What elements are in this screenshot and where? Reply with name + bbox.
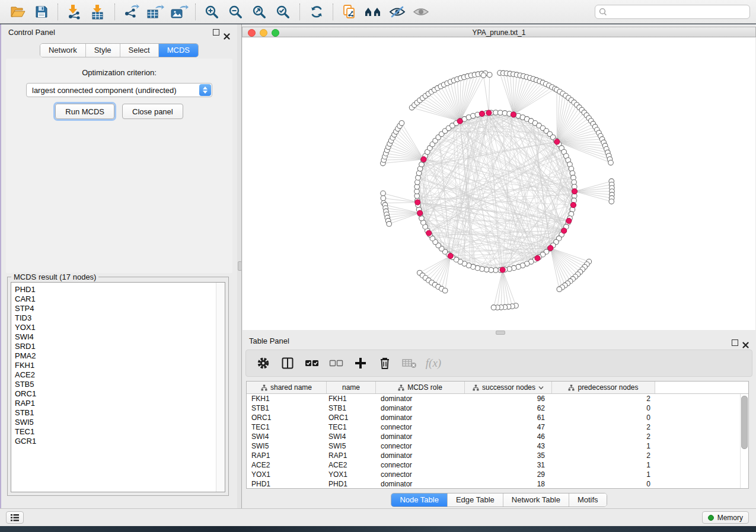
import-network-icon[interactable] xyxy=(63,2,87,21)
table-cell[interactable]: 96 xyxy=(465,395,552,403)
run-mcds-button[interactable]: Run MCDS xyxy=(55,104,114,119)
tab-edge-table[interactable]: Edge Table xyxy=(448,493,503,507)
table-row[interactable]: ORC1ORC1dominator610 xyxy=(247,413,748,422)
dominator-node[interactable] xyxy=(562,228,567,233)
horizontal-splitter[interactable] xyxy=(242,330,756,335)
leaf-node[interactable] xyxy=(609,199,614,204)
table-row[interactable]: STB1STB1dominator620 xyxy=(247,403,748,413)
leaf-node[interactable] xyxy=(381,191,386,196)
import-table-icon[interactable] xyxy=(87,2,110,21)
leaf-node[interactable] xyxy=(557,287,562,292)
new-network-from-selection-icon[interactable] xyxy=(338,2,362,21)
mcds-result-item[interactable]: TEC1 xyxy=(11,427,225,437)
table-cell[interactable]: connector xyxy=(376,461,465,469)
table-settings-gear-icon[interactable] xyxy=(256,355,271,371)
table-row[interactable]: RAP1RAP1dominator352 xyxy=(247,451,748,460)
dominator-node[interactable] xyxy=(421,156,426,162)
mcds-result-item[interactable]: SRD1 xyxy=(11,342,225,351)
table-scrollbar-thumb[interactable] xyxy=(741,396,748,449)
leaf-node[interactable] xyxy=(608,160,614,165)
mcds-result-item[interactable]: STP4 xyxy=(11,304,225,313)
column-header-name[interactable]: name xyxy=(327,382,376,393)
table-cell[interactable]: TEC1 xyxy=(327,423,376,431)
mcds-result-item[interactable]: YOX1 xyxy=(11,323,225,332)
leaf-node[interactable] xyxy=(481,73,486,78)
zoom-out-icon[interactable] xyxy=(224,2,248,21)
mcds-result-item[interactable]: PHD1 xyxy=(11,285,225,294)
dominator-node[interactable] xyxy=(457,118,462,124)
mcds-result-item[interactable]: STB1 xyxy=(11,408,225,418)
table-cell[interactable]: 0 xyxy=(552,480,655,488)
dominator-node[interactable] xyxy=(554,139,560,145)
export-network-icon[interactable] xyxy=(120,2,143,21)
table-cell[interactable]: 35 xyxy=(465,451,552,460)
column-header-MCDS-role[interactable]: MCDS role xyxy=(376,382,465,393)
table-cell[interactable]: dominator xyxy=(376,395,465,403)
mcds-list-scrollbar[interactable] xyxy=(216,283,225,492)
dominator-node[interactable] xyxy=(535,255,540,261)
close-panel-button[interactable]: Close panel xyxy=(122,104,183,119)
table-cell[interactable]: 62 xyxy=(465,404,552,412)
table-row[interactable]: YOX1YOX1connector291 xyxy=(247,470,748,479)
mcds-result-item[interactable]: GCR1 xyxy=(11,437,225,446)
mcds-result-item[interactable]: SWI5 xyxy=(11,418,225,427)
mcds-result-item[interactable]: SWI4 xyxy=(11,332,225,342)
dominator-node[interactable] xyxy=(548,245,553,251)
network-graph[interactable] xyxy=(243,37,755,330)
dominator-node[interactable] xyxy=(486,110,492,116)
table-cell[interactable]: 2 xyxy=(552,432,655,441)
table-cell[interactable]: connector xyxy=(376,470,465,479)
mcds-result-item[interactable]: FKH1 xyxy=(11,361,225,370)
export-table-icon[interactable] xyxy=(143,2,167,21)
table-cell[interactable]: SWI4 xyxy=(247,432,327,441)
dominator-node[interactable] xyxy=(511,112,516,117)
table-cell[interactable]: SWI4 xyxy=(327,432,376,441)
table-cell[interactable]: connector xyxy=(376,423,465,431)
table-row[interactable]: FKH1FKH1dominator962 xyxy=(247,394,748,403)
table-cell[interactable]: PHD1 xyxy=(247,480,327,488)
table-cell[interactable]: 61 xyxy=(465,414,552,422)
table-cell[interactable]: 1 xyxy=(552,470,655,479)
vertical-splitter-grip[interactable] xyxy=(238,261,242,271)
select-all-icon[interactable] xyxy=(304,355,320,371)
table-cell[interactable]: FKH1 xyxy=(247,395,327,403)
search-input[interactable] xyxy=(595,5,750,19)
table-cell[interactable]: 31 xyxy=(465,461,552,469)
export-image-icon[interactable] xyxy=(167,2,191,21)
function-builder-icon[interactable]: f(x) xyxy=(426,355,441,371)
table-row[interactable]: SWI5SWI5connector431 xyxy=(247,441,748,451)
table-cell[interactable]: RAP1 xyxy=(247,451,327,460)
tab-network-table[interactable]: Network Table xyxy=(503,493,569,507)
dominator-node[interactable] xyxy=(415,200,420,205)
zoom-selected-icon[interactable] xyxy=(272,2,295,21)
mcds-result-item[interactable]: CAR1 xyxy=(11,294,225,304)
mcds-result-item[interactable]: ACE2 xyxy=(11,370,225,380)
table-row[interactable]: SWI4SWI4dominator462 xyxy=(247,432,748,441)
tab-style[interactable]: Style xyxy=(86,44,120,57)
float-panel-icon[interactable] xyxy=(213,29,219,36)
dominator-node[interactable] xyxy=(417,210,423,216)
table-cell[interactable]: dominator xyxy=(376,451,465,460)
tab-node-table[interactable]: Node Table xyxy=(391,493,448,507)
table-cell[interactable]: 1 xyxy=(552,442,655,450)
table-cell[interactable]: dominator xyxy=(376,480,465,488)
table-row[interactable]: TEC1TEC1connector472 xyxy=(247,422,748,432)
mcds-result-item[interactable]: TID3 xyxy=(11,313,225,323)
leaf-node[interactable] xyxy=(399,120,404,126)
table-cell[interactable]: SWI5 xyxy=(327,442,376,450)
optimization-criterion-select[interactable]: largest connected component (undirected) xyxy=(26,83,212,97)
table-cell[interactable]: RAP1 xyxy=(327,451,376,460)
table-cell[interactable]: ORC1 xyxy=(247,414,327,422)
task-history-button[interactable] xyxy=(6,511,24,524)
leaf-node[interactable] xyxy=(442,288,448,293)
table-cell[interactable]: 2 xyxy=(552,423,655,431)
mcds-result-item[interactable]: ORC1 xyxy=(11,389,225,399)
table-cell[interactable]: 47 xyxy=(465,423,552,431)
leaf-node[interactable] xyxy=(381,196,386,201)
table-cell[interactable]: PHD1 xyxy=(327,480,376,488)
table-cell[interactable]: dominator xyxy=(376,432,465,441)
table-cell[interactable]: ACE2 xyxy=(247,461,327,469)
table-cell[interactable]: STB1 xyxy=(247,404,327,412)
dominator-node[interactable] xyxy=(566,218,572,223)
table-cell[interactable]: 0 xyxy=(552,414,655,422)
